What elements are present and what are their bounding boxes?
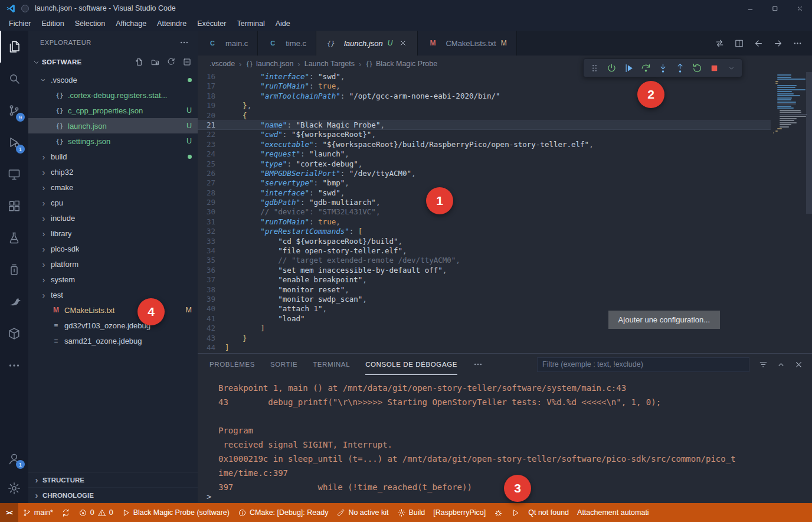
code-line-28[interactable]: 28 "interface": "swd", <box>198 188 771 198</box>
close-button[interactable] <box>787 0 812 17</box>
code-line-27[interactable]: 27 "servertype": "bmp", <box>198 178 771 188</box>
breadcrumb-item-launch-json[interactable]: {}launch.json <box>245 60 293 68</box>
close-icon[interactable] <box>398 38 408 48</box>
status-cmake-status[interactable]: CMake: [Debug]: Ready <box>234 503 332 522</box>
activity-cortex-debug[interactable] <box>0 286 28 318</box>
step-into-button[interactable] <box>656 61 670 75</box>
collapse-all-button[interactable] <box>182 57 192 67</box>
continue-button[interactable] <box>621 61 636 75</box>
tree-item-system[interactable]: ›system <box>28 272 198 287</box>
code-editor[interactable]: 16 "interface": "swd",17 "runToMain": tr… <box>198 72 812 353</box>
code-line-34[interactable]: 34 "file open-story-teller.elf", <box>198 246 771 256</box>
code-line-20[interactable]: 20 { <box>198 111 771 120</box>
code-line-24[interactable]: 24 "request": "launch", <box>198 149 771 159</box>
status-remote[interactable]: >< <box>0 503 18 522</box>
step-over-button[interactable] <box>639 61 653 75</box>
menu-terminal[interactable]: Terminal <box>231 19 270 28</box>
split-editor-button[interactable] <box>734 38 744 48</box>
new-file-button[interactable] <box>135 57 144 67</box>
status-cmake-kit[interactable]: No active kit <box>332 503 392 522</box>
activity-run-debug[interactable]: 1 <box>0 126 28 158</box>
breadcrumb-item-launch-targets[interactable]: Launch Targets <box>304 60 355 68</box>
code-line-17[interactable]: 17 "runToMain": true, <box>198 81 771 91</box>
panel-tab-problemes[interactable]: PROBLÈMES <box>209 354 255 375</box>
maximize-button[interactable] <box>762 0 787 17</box>
activity-source-control[interactable]: 9 <box>0 94 28 126</box>
tree-item-samd21-ozone-jdebug[interactable]: ≡samd21_ozone.jdebug <box>28 333 198 348</box>
code-line-36[interactable]: 36 "set mem inaccessible-by-default off"… <box>198 266 771 275</box>
chevron-up-button[interactable] <box>776 360 786 370</box>
code-line-29[interactable]: 29 "gdbPath": "gdb-multiarch", <box>198 198 771 207</box>
menu-affichage[interactable]: Affichage <box>110 19 152 28</box>
breadcrumb-item-vscode[interactable]: .vscode <box>209 60 235 68</box>
code-line-26[interactable]: 26 "BMPGDBSerialPort": "/dev/ttyACM0", <box>198 169 771 178</box>
tree-item-platform[interactable]: ›platform <box>28 256 198 272</box>
step-out-button[interactable] <box>673 61 687 75</box>
code-line-31[interactable]: 31 "runToMain": true, <box>198 217 771 227</box>
tree-item-cortex-debug-registers-stat[interactable]: {}.cortex-debug.registers.stat... <box>28 87 198 103</box>
breadcrumb-item-black-magic-probe[interactable]: {}Black Magic Probe <box>365 60 437 68</box>
code-line-33[interactable]: 33 "cd ${workspaceRoot}/build", <box>198 237 771 246</box>
tree-item-cpu[interactable]: ›cpu <box>28 195 198 210</box>
activity-remote-explorer[interactable] <box>0 158 28 190</box>
tree-item-build[interactable]: ›build <box>28 149 198 164</box>
menu-edition[interactable]: Edition <box>37 19 70 28</box>
status-cmake-target[interactable]: [RaspberryPico] <box>429 503 490 522</box>
activity-extensions[interactable] <box>0 190 28 222</box>
more-icon[interactable] <box>473 359 483 370</box>
tab-time-c[interactable]: Ctime.c <box>258 31 316 56</box>
code-line-39[interactable]: 39 "monitor swdp_scan", <box>198 295 771 304</box>
status-cmake-launch[interactable] <box>507 503 524 522</box>
arrow-right-button[interactable] <box>773 38 783 48</box>
new-folder-button[interactable] <box>150 57 160 67</box>
activity-explorer[interactable] <box>0 31 28 63</box>
tree-item-launch-json[interactable]: {}launch.jsonU <box>28 118 198 133</box>
status-qt-status[interactable]: Qt not found <box>524 503 573 522</box>
status-debug-config[interactable]: Black Magic Probe (software) <box>117 503 234 522</box>
more-actions-icon[interactable] <box>179 37 189 48</box>
filter-input[interactable] <box>537 357 749 372</box>
tree-item-gd32vf103-ozone-jdebug[interactable]: ≡gd32vf103_ozone.jdebug <box>28 318 198 333</box>
status-cmake-build[interactable]: Build <box>393 503 430 522</box>
add-configuration-button[interactable]: Ajouter une configuration... <box>608 311 720 329</box>
menu-selection[interactable]: Sélection <box>70 19 110 28</box>
activity-search[interactable] <box>0 63 28 94</box>
restart-button[interactable] <box>690 61 704 75</box>
minimap[interactable] <box>773 74 804 133</box>
panel-tab-sortie[interactable]: SORTIE <box>270 354 297 375</box>
status-sync[interactable] <box>57 503 74 522</box>
status-cmake-debug[interactable] <box>490 503 507 522</box>
tree-item-c-cpp-properties-json[interactable]: {}c_cpp_properties.jsonU <box>28 103 198 118</box>
code-line-19[interactable]: 19 }, <box>198 101 771 110</box>
menu-fichier[interactable]: Fichier <box>4 19 37 28</box>
debug-console[interactable]: Breakpoint 1, main () at /mnt/data/git/o… <box>198 375 738 503</box>
code-line-43[interactable]: 43 } <box>198 334 771 343</box>
more-debug-button[interactable] <box>724 61 738 75</box>
section-structure[interactable]: ›STRUCTURE <box>28 472 198 488</box>
explorer-section-header[interactable]: SOFTWARE <box>28 54 198 70</box>
activity-testing[interactable] <box>0 222 28 254</box>
code-line-25[interactable]: 25 "type": "cortex-debug", <box>198 159 771 169</box>
refresh-button[interactable] <box>166 57 176 67</box>
tree-item-pico-sdk[interactable]: ›pico-sdk <box>28 241 198 256</box>
tab-cmakelists-txt[interactable]: MCMakeLists.txtM <box>418 31 516 56</box>
open-changes-button[interactable] <box>715 38 725 48</box>
tree-item-library[interactable]: ›library <box>28 226 198 241</box>
console-prompt[interactable]: > <box>207 492 211 501</box>
tree-item-test[interactable]: ›test <box>28 287 198 302</box>
code-line-38[interactable]: 38 "monitor reset", <box>198 285 771 295</box>
tab-launch-json[interactable]: {}launch.jsonU <box>316 31 418 56</box>
menu-atteindre[interactable]: Atteindre <box>152 19 192 28</box>
section-chronologie[interactable]: ›CHRONOLOGIE <box>28 488 198 503</box>
code-line-18[interactable]: 18 "armToolchainPath": "/opt/gcc-arm-non… <box>198 92 771 101</box>
activity-containers[interactable] <box>0 318 28 350</box>
code-line-35[interactable]: 35 // "target extended-remote /dev/ttyAC… <box>198 256 771 265</box>
scrollbar[interactable] <box>806 72 812 214</box>
code-line-32[interactable]: 32 "preRestartCommands": [ <box>198 227 771 236</box>
tree-item-vscode[interactable]: ›.vscode <box>28 72 198 87</box>
activity-test-adapter[interactable] <box>0 254 28 286</box>
arrow-left-button[interactable] <box>754 38 764 48</box>
panel-tab-console-de-debogage[interactable]: CONSOLE DE DÉBOGAGE <box>365 354 457 375</box>
minimize-button[interactable] <box>738 0 762 17</box>
code-line-23[interactable]: 23 "executable": "${workspaceRoot}/build… <box>198 140 771 149</box>
